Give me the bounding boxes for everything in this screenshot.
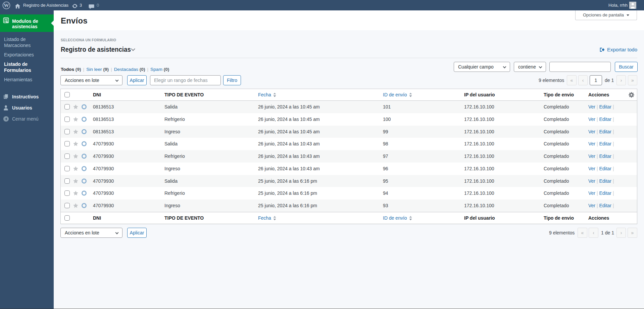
svg-text:W: W bbox=[4, 2, 9, 8]
